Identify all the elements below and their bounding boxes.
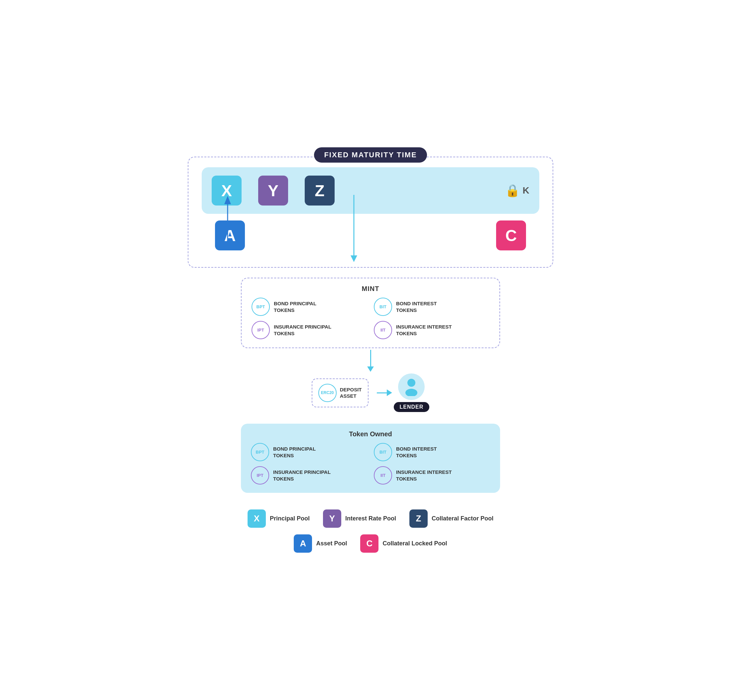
pool-row-inner: X Y Z bbox=[212, 176, 335, 206]
bit-name: BOND INTERESTTOKENS bbox=[396, 300, 437, 313]
lender-area: ERC20 DEPOSITASSET bbox=[312, 374, 430, 412]
ipt-name: INSURANCE PRINCIPALTOKENS bbox=[274, 324, 331, 337]
legend-c-box: C bbox=[360, 534, 379, 553]
deposit-to-lender-arrow bbox=[377, 390, 392, 396]
mint-token-iit: IIT INSURANCE INTERESTTOKENS bbox=[374, 321, 489, 339]
arrow-line bbox=[370, 350, 371, 366]
svg-point-5 bbox=[405, 389, 417, 396]
owned-bit-badge: BIT bbox=[374, 443, 392, 461]
owned-iit-badge: IIT bbox=[374, 466, 392, 484]
a-c-row: A C bbox=[202, 221, 539, 250]
owned-token-iit: IIT INSURANCE INTERESTTOKENS bbox=[374, 466, 490, 484]
owned-ipt-name: INSURANCE PRINCIPALTOKENS bbox=[273, 469, 331, 482]
owned-token-ipt: IPT INSURANCE PRINCIPALTOKENS bbox=[251, 466, 367, 484]
pool-row: X Y Z 🔒 K bbox=[202, 167, 539, 214]
outer-dashed-box: X Y Z 🔒 K A C bbox=[188, 157, 553, 268]
owned-token-bit: BIT BOND INTERESTTOKENS bbox=[374, 443, 490, 461]
owned-token-grid: BPT BOND PRINCIPALTOKENS BIT BOND INTERE… bbox=[251, 443, 490, 484]
legend-row2: A Asset Pool C Collateral Locked Pool bbox=[294, 534, 447, 553]
outer-wrapper: X Y Z 🔒 K A C bbox=[188, 157, 553, 268]
legend-x: X Principal Pool bbox=[248, 509, 310, 528]
bpt-name: BOND PRINCIPALTOKENS bbox=[274, 300, 316, 313]
legend-z-text: Collateral Factor Pool bbox=[431, 515, 493, 522]
lender-label: LENDER bbox=[394, 402, 430, 412]
token-owned-label: Token Owned bbox=[251, 430, 490, 438]
mint-token-grid: BPT BOND PRINCIPALTOKENS BIT BOND INTERE… bbox=[252, 298, 489, 339]
legend-z-box: Z bbox=[409, 509, 428, 528]
legend-row1: X Principal Pool Y Interest Rate Pool Z … bbox=[248, 509, 493, 528]
legend-a-text: Asset Pool bbox=[316, 540, 347, 547]
owned-bpt-badge: BPT bbox=[251, 443, 269, 461]
owned-token-bpt: BPT BOND PRINCIPALTOKENS bbox=[251, 443, 367, 461]
pool-y[interactable]: Y bbox=[258, 176, 288, 206]
svg-point-4 bbox=[407, 379, 415, 387]
legend-y-box: Y bbox=[323, 509, 341, 528]
iit-badge: IIT bbox=[374, 321, 392, 339]
legend-x-box: X bbox=[248, 509, 266, 528]
iit-name: INSURANCE INTERESTTOKENS bbox=[396, 324, 452, 337]
erc20-badge: ERC20 bbox=[318, 384, 337, 402]
pool-z[interactable]: Z bbox=[305, 176, 335, 206]
middle-section: MINT BPT BOND PRINCIPALTOKENS BIT BOND I… bbox=[188, 271, 553, 493]
lender-figure: LENDER bbox=[394, 374, 430, 412]
lender-avatar bbox=[398, 374, 425, 400]
lock-icon: 🔒 bbox=[505, 184, 520, 197]
arrow-right-head bbox=[387, 390, 392, 396]
k-label: K bbox=[523, 185, 529, 196]
legend: X Principal Pool Y Interest Rate Pool Z … bbox=[188, 509, 553, 553]
mint-section: MINT BPT BOND PRINCIPALTOKENS BIT BOND I… bbox=[241, 278, 500, 348]
bpt-badge: BPT bbox=[252, 298, 270, 316]
fixed-maturity-badge: FIXED MATURITY TIME bbox=[314, 147, 427, 163]
main-layout: FIXED MATURITY TIME X Y Z 🔒 K bbox=[188, 147, 553, 553]
token-owned-box: Token Owned BPT BOND PRINCIPALTOKENS BIT… bbox=[241, 424, 500, 493]
person-icon bbox=[403, 378, 420, 396]
legend-z: Z Collateral Factor Pool bbox=[409, 509, 493, 528]
ipt-badge: IPT bbox=[252, 321, 270, 339]
deposit-text: DEPOSITASSET bbox=[340, 387, 362, 399]
owned-ipt-badge: IPT bbox=[251, 466, 269, 484]
legend-c-text: Collateral Locked Pool bbox=[383, 540, 447, 547]
owned-iit-name: INSURANCE INTERESTTOKENS bbox=[396, 469, 452, 482]
pool-x[interactable]: X bbox=[212, 176, 242, 206]
lock-k: 🔒 K bbox=[505, 184, 529, 197]
arrow-head bbox=[367, 366, 374, 372]
bit-badge: BIT bbox=[374, 298, 392, 316]
arrow-right-line bbox=[377, 393, 387, 393]
arrow-mint-to-lender bbox=[367, 350, 374, 372]
legend-a: A Asset Pool bbox=[294, 534, 347, 553]
mint-token-bpt: BPT BOND PRINCIPALTOKENS bbox=[252, 298, 367, 316]
legend-a-box: A bbox=[294, 534, 312, 553]
owned-bit-name: BOND INTERESTTOKENS bbox=[396, 446, 437, 459]
mint-token-bit: BIT BOND INTERESTTOKENS bbox=[374, 298, 489, 316]
mint-token-ipt: IPT INSURANCE PRINCIPALTOKENS bbox=[252, 321, 367, 339]
diagram-container: FIXED MATURITY TIME X Y Z 🔒 K bbox=[171, 134, 570, 566]
pool-c[interactable]: C bbox=[496, 221, 526, 250]
legend-y: Y Interest Rate Pool bbox=[323, 509, 396, 528]
legend-y-text: Interest Rate Pool bbox=[345, 515, 396, 522]
deposit-asset: ERC20 DEPOSITASSET bbox=[312, 378, 368, 407]
mint-label: MINT bbox=[252, 285, 489, 293]
owned-bpt-name: BOND PRINCIPALTOKENS bbox=[273, 446, 315, 459]
legend-x-text: Principal Pool bbox=[270, 515, 310, 522]
legend-c: C Collateral Locked Pool bbox=[360, 534, 447, 553]
pool-a[interactable]: A bbox=[215, 221, 245, 250]
